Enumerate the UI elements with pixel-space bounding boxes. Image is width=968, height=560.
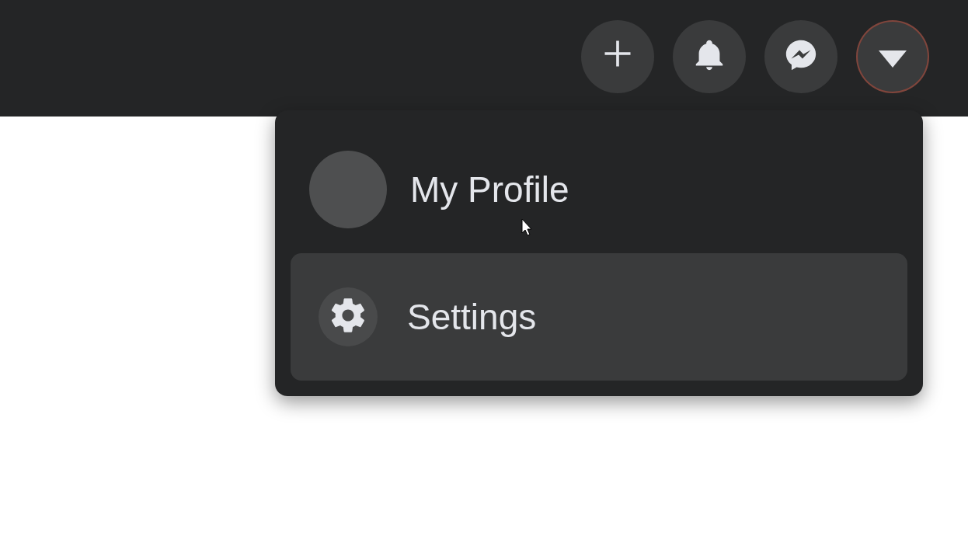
- plus-icon: [601, 37, 635, 77]
- create-button[interactable]: [581, 20, 654, 93]
- my-profile-menu-item[interactable]: My Profile: [291, 126, 907, 253]
- notifications-button[interactable]: [673, 20, 746, 93]
- caret-down-icon: [879, 50, 907, 68]
- messenger-icon: [783, 37, 819, 76]
- settings-icon-wrapper: [319, 287, 378, 346]
- top-navigation-bar: [0, 0, 968, 117]
- settings-label: Settings: [407, 296, 536, 338]
- account-dropdown-menu: My Profile Settings: [275, 110, 923, 396]
- nav-button-group: [581, 20, 929, 93]
- avatar: [309, 151, 387, 228]
- account-menu-button[interactable]: [856, 20, 929, 93]
- settings-menu-item[interactable]: Settings: [291, 253, 907, 381]
- messenger-button[interactable]: [764, 20, 837, 93]
- bell-icon: [691, 37, 727, 76]
- my-profile-label: My Profile: [410, 169, 569, 210]
- gear-icon: [328, 295, 368, 339]
